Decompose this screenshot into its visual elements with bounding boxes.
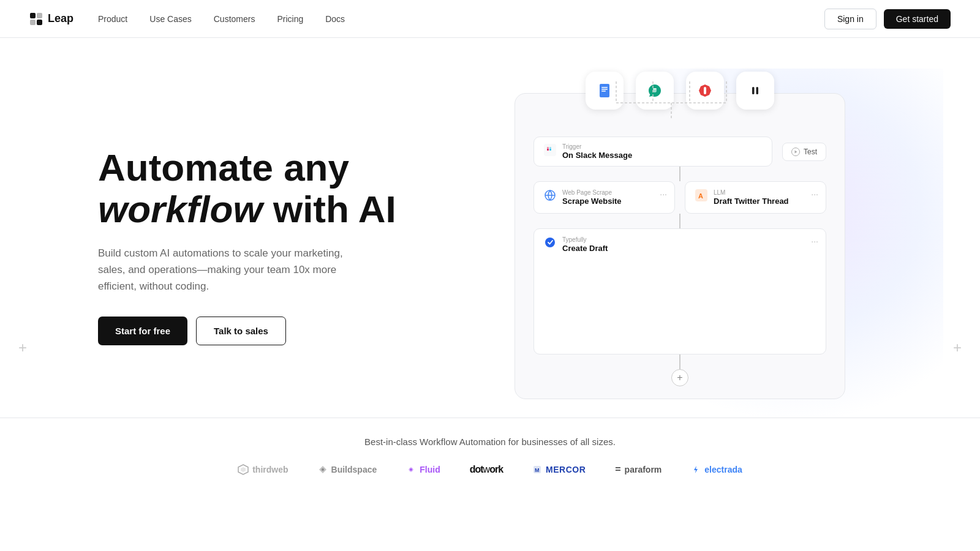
nav-right: Sign in Get started xyxy=(824,9,951,29)
svg-text:A: A xyxy=(698,192,703,200)
svg-point-37 xyxy=(322,468,324,471)
svg-rect-24 xyxy=(547,149,549,151)
logo-text: Leap xyxy=(48,12,74,25)
svg-marker-36 xyxy=(241,467,246,472)
typefully-node: Typefully Create Draft ··· xyxy=(533,228,826,354)
nav-links: Product Use Cases Customers Pricing Docs xyxy=(98,14,345,24)
thirdweb-icon xyxy=(238,464,249,475)
hero-right: Trigger On Slack Message Test xyxy=(429,93,931,399)
logo-thirdweb: thirdweb xyxy=(238,464,288,475)
test-button[interactable]: Test xyxy=(782,143,826,161)
web-scrape-icon xyxy=(544,189,556,204)
llm-label: LLM xyxy=(714,189,789,196)
hero-title-line2: with AI xyxy=(263,188,396,230)
trigger-label: Trigger xyxy=(562,143,632,150)
workflow-card: Trigger On Slack Message Test xyxy=(514,93,845,399)
fluid-label: Fluid xyxy=(420,465,440,474)
svg-rect-27 xyxy=(549,147,551,149)
corner-plus-right: + xyxy=(953,339,962,356)
buildspace-icon xyxy=(318,465,328,474)
electrada-label: electrada xyxy=(704,465,742,474)
dotwork-label: dotwork xyxy=(470,464,503,475)
llm-info: LLM Draft Twitter Thread xyxy=(714,189,789,206)
typefully-label: Typefully xyxy=(562,236,608,243)
nav-left: Leap Product Use Cases Customers Pricing… xyxy=(29,12,345,26)
logo-buildspace: Buildspace xyxy=(318,465,377,474)
svg-rect-1 xyxy=(37,13,42,18)
typefully-info: Typefully Create Draft xyxy=(562,236,608,253)
llm-dots[interactable]: ··· xyxy=(811,189,818,199)
logo-mercor: M MERCOR xyxy=(532,465,586,474)
paraform-symbol: = xyxy=(615,464,620,475)
getstarted-button[interactable]: Get started xyxy=(884,9,951,29)
logo-paraform: = paraform xyxy=(615,464,662,475)
nav-link-docs[interactable]: Docs xyxy=(325,14,345,24)
logo[interactable]: Leap xyxy=(29,12,74,26)
web-scrape-label: Web Page Scrape xyxy=(562,189,622,196)
svg-rect-25 xyxy=(547,147,549,149)
typefully-icon xyxy=(544,236,556,251)
start-for-free-button[interactable]: Start for free xyxy=(98,317,187,345)
logo-fluid: Fluid xyxy=(406,465,440,474)
connector-2 xyxy=(679,214,680,228)
workflow-inner: Trigger On Slack Message Test xyxy=(515,124,845,399)
typefully-dots[interactable]: ··· xyxy=(811,236,818,246)
talk-to-sales-button[interactable]: Talk to sales xyxy=(196,317,286,345)
nav-link-usecases[interactable]: Use Cases xyxy=(149,14,191,24)
svg-point-38 xyxy=(410,468,412,471)
nav-link-product[interactable]: Product xyxy=(98,14,127,24)
typefully-title: Create Draft xyxy=(562,244,608,253)
test-label: Test xyxy=(804,148,817,156)
hero-title: Automate any workflow with AI xyxy=(98,147,429,230)
electrada-icon xyxy=(691,465,701,474)
svg-marker-41 xyxy=(694,466,698,473)
web-scrape-node: Web Page Scrape Scrape Website ··· xyxy=(533,181,675,214)
paraform-label: paraform xyxy=(625,465,662,474)
llm-node: A LLM Draft Twitter Thread ··· xyxy=(685,181,826,214)
signin-button[interactable]: Sign in xyxy=(824,9,876,29)
buildspace-label: Buildspace xyxy=(331,465,377,474)
llm-title: Draft Twitter Thread xyxy=(714,197,789,206)
mercor-icon: M xyxy=(532,465,542,474)
trigger-title: On Slack Message xyxy=(562,151,632,160)
web-scrape-title: Scrape Website xyxy=(562,197,622,206)
fluid-icon xyxy=(406,465,416,474)
hero-title-line1: Automate any xyxy=(98,146,349,189)
logos-tagline: Best-in-class Workflow Automation for bu… xyxy=(49,437,931,447)
mercor-label: MERCOR xyxy=(546,465,586,474)
top-connectors xyxy=(594,81,766,118)
hero-description: Build custom AI automations to scale you… xyxy=(98,245,368,295)
corner-plus-left: + xyxy=(18,339,27,356)
logo-electrada: electrada xyxy=(691,465,742,474)
hero-section: + + Automate any workflow with AI Build … xyxy=(0,38,980,418)
llm-icon: A xyxy=(695,189,707,204)
trigger-row: Trigger On Slack Message Test xyxy=(533,137,826,167)
play-icon xyxy=(791,148,800,156)
nav-link-customers[interactable]: Customers xyxy=(214,14,255,24)
logo-icon xyxy=(29,12,43,26)
svg-rect-3 xyxy=(37,20,42,25)
connector-1 xyxy=(679,167,680,181)
add-step-button[interactable]: + xyxy=(671,369,688,386)
thirdweb-label: thirdweb xyxy=(252,465,288,474)
hero-buttons: Start for free Talk to sales xyxy=(98,317,429,345)
svg-rect-2 xyxy=(30,20,36,25)
navbar: Leap Product Use Cases Customers Pricing… xyxy=(0,0,980,38)
logos-row: thirdweb Buildspace Fluid dotwork M MERC… xyxy=(49,464,931,475)
svg-marker-29 xyxy=(794,150,797,153)
svg-rect-0 xyxy=(30,13,36,18)
connector-3 xyxy=(679,354,680,369)
svg-text:M: M xyxy=(535,467,540,473)
logos-section: Best-in-class Workflow Automation for bu… xyxy=(0,418,980,475)
svg-rect-26 xyxy=(549,149,551,151)
workflow-split-row: Web Page Scrape Scrape Website ··· A xyxy=(533,181,826,214)
slack-icon xyxy=(544,144,556,159)
web-scrape-dots[interactable]: ··· xyxy=(660,189,667,199)
nav-link-pricing[interactable]: Pricing xyxy=(277,14,303,24)
hero-title-italic: workflow xyxy=(98,188,263,230)
hero-left: Automate any workflow with AI Build cust… xyxy=(98,147,429,346)
trigger-info: Trigger On Slack Message xyxy=(562,143,632,160)
svg-point-34 xyxy=(545,238,555,247)
web-scrape-info: Web Page Scrape Scrape Website xyxy=(562,189,622,206)
trigger-node: Trigger On Slack Message xyxy=(533,137,772,167)
